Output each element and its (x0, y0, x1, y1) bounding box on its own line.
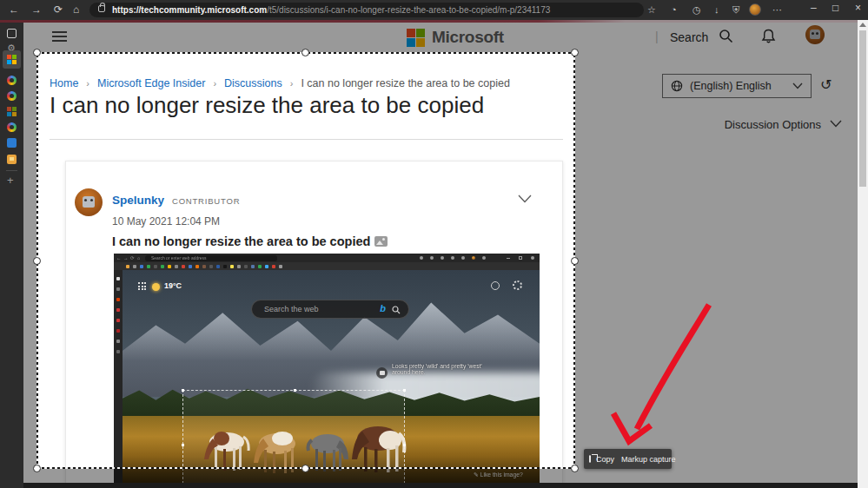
sidebar-divider (6, 170, 17, 171)
selection-handle-w[interactable] (33, 257, 41, 265)
microsoft-logo-icon (407, 29, 425, 47)
history-icon[interactable]: ◷ (692, 3, 701, 16)
window-maximize-button[interactable]: □ (832, 2, 838, 14)
window-close-button[interactable]: × (855, 2, 861, 14)
selection-handle-n[interactable] (301, 49, 309, 56)
browser-toolbar: ← → ⟳ ⌂ https://techcommunity.microsoft.… (0, 0, 868, 20)
address-bar[interactable]: https://techcommunity.microsoft.com/t5/d… (89, 3, 644, 17)
more-menu-icon[interactable]: ⋯ (772, 3, 782, 16)
user-avatar[interactable] (805, 25, 825, 44)
markup-capture-button[interactable]: Markup capture (621, 455, 676, 464)
folder-tab-icon[interactable] (7, 155, 17, 164)
globe-icon (671, 80, 683, 92)
scrollbar-up-arrow[interactable] (859, 23, 866, 27)
selection-handle-e[interactable] (571, 257, 579, 265)
forward-icon[interactable]: → (31, 3, 42, 16)
browser-tab-icon-2[interactable] (7, 91, 17, 101)
header-search-label[interactable]: Search (670, 30, 708, 44)
header-separator: | (655, 30, 659, 43)
copy-button[interactable]: Copy (596, 455, 614, 464)
brand-label: Microsoft (432, 28, 504, 47)
url-path: /t5/discussions/i-can-no-longer-resize-t… (267, 5, 550, 15)
shield-icon[interactable]: ⛨ (732, 3, 739, 16)
lock-icon (98, 5, 105, 12)
language-selector[interactable]: (English) English (662, 74, 812, 98)
collections-icon[interactable]: ◔ (671, 3, 677, 16)
discussion-options-label[interactable]: Discussion Options (684, 118, 821, 131)
tab-actions-icon[interactable] (7, 29, 17, 38)
copy-icon (589, 455, 591, 463)
blue-tab-icon[interactable] (7, 138, 17, 148)
chevron-down-icon[interactable] (830, 120, 842, 128)
downloads-icon[interactable]: ↓ (714, 3, 719, 16)
capture-selection-region[interactable] (36, 52, 575, 469)
favorites-star-icon[interactable]: ☆ (647, 3, 656, 16)
avatar-robot-face (810, 30, 820, 39)
reset-language-icon[interactable]: ↺ (820, 76, 832, 93)
selection-handle-nw[interactable] (33, 49, 41, 56)
url-domain: https://techcommunity.microsoft.com (112, 5, 267, 15)
home-icon[interactable]: ⌂ (73, 3, 79, 16)
page-scrollbar[interactable] (858, 20, 868, 488)
microsoft-tab-icon (7, 55, 17, 64)
selection-handle-sw[interactable] (33, 465, 41, 472)
browser-tab-icon-3[interactable] (7, 122, 17, 132)
selection-handle-se[interactable] (571, 465, 579, 472)
microsoft-brand[interactable]: Microsoft (407, 28, 504, 47)
page-footer-edge (23, 483, 858, 488)
selection-handle-ne[interactable] (571, 49, 579, 56)
vertical-tabs-sidebar: ⚙ + (0, 23, 23, 488)
hamburger-menu-icon[interactable] (52, 31, 67, 43)
refresh-icon[interactable]: ⟳ (54, 3, 63, 16)
like-this-image-label: ✎ Like this image? (474, 472, 523, 478)
search-icon[interactable] (719, 29, 733, 43)
window-minimize-button[interactable]: – (811, 2, 817, 14)
capture-toolbar: Copy Markup capture (584, 449, 672, 469)
language-value: (English) English (690, 80, 785, 92)
new-tab-icon[interactable]: + (7, 175, 14, 186)
chevron-down-icon (792, 82, 803, 89)
browser-tab-icon-1[interactable] (7, 76, 17, 85)
microsoft-tab-icon-muted[interactable] (7, 107, 17, 116)
selection-handle-s[interactable] (301, 465, 309, 472)
back-icon[interactable]: ← (9, 3, 19, 16)
page-top-accent-strip (0, 20, 868, 23)
active-tab-highlight[interactable] (3, 50, 21, 69)
scrollbar-thumb[interactable] (859, 30, 866, 187)
browser-profile-avatar[interactable] (749, 3, 761, 16)
notifications-bell-icon[interactable] (761, 29, 776, 43)
